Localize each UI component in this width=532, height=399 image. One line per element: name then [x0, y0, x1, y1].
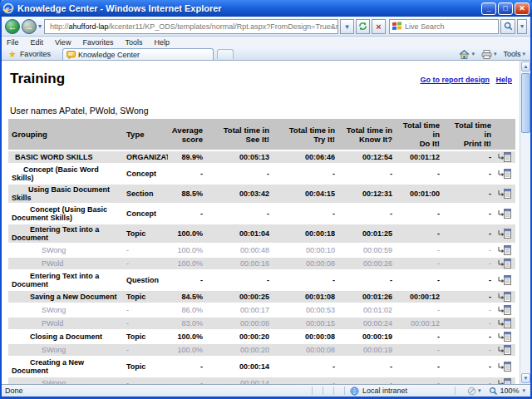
- menu-item-file[interactable]: File: [7, 38, 19, 47]
- value-cell: 00:01:26: [338, 290, 396, 303]
- open-report-details-icon[interactable]: [495, 270, 515, 290]
- home-dropdown-icon[interactable]: ▾: [471, 51, 475, 57]
- value-cell: 00:03:42: [206, 184, 273, 204]
- knowledge-center-tab-icon: [66, 51, 76, 59]
- tools-menu-button[interactable]: Tools ▾: [503, 50, 525, 58]
- tab-title: Knowledge Center: [78, 51, 140, 59]
- open-report-details-icon[interactable]: [495, 343, 515, 357]
- open-report-details-icon[interactable]: [495, 357, 515, 377]
- value-cell: 00:00:18: [273, 224, 338, 244]
- tools-label: Tools: [503, 50, 520, 58]
- address-bar[interactable]: http://ahufford-lap/kcenter11/KP_ODS/tem…: [44, 19, 338, 34]
- refresh-button[interactable]: [356, 19, 370, 34]
- minimize-button[interactable]: _: [481, 2, 496, 15]
- favorites-button[interactable]: ★ Favorites: [2, 48, 57, 60]
- print-dropdown-icon[interactable]: ▾: [494, 51, 497, 57]
- value-cell: 00:00:26: [338, 257, 396, 270]
- grouping-cell: Concept (Using Basic Document Skills): [8, 204, 123, 224]
- value-cell: 00:00:14: [206, 377, 273, 384]
- value-cell: 00:00:12: [396, 317, 443, 330]
- table-row: Creating a New DocumentTopic-00:00:14---…: [8, 357, 515, 377]
- value-cell: -: [396, 357, 443, 377]
- menu-item-help[interactable]: Help: [154, 38, 170, 47]
- search-input[interactable]: [405, 22, 480, 31]
- stop-button[interactable]: ×: [372, 19, 386, 34]
- value-cell: -: [206, 164, 273, 184]
- open-report-details-icon[interactable]: [495, 317, 515, 330]
- value-cell: 100.0%: [168, 224, 206, 244]
- maximize-button[interactable]: □: [498, 2, 513, 15]
- refresh-icon: [358, 22, 367, 31]
- address-dropdown-icon[interactable]: ▾: [340, 19, 354, 34]
- open-report-details-icon[interactable]: [495, 377, 515, 384]
- open-report-details-icon[interactable]: [495, 330, 515, 343]
- scroll-up-icon[interactable]: ▲: [521, 62, 530, 71]
- value-cell: 00:00:08: [273, 343, 338, 357]
- zoom-magnifier-icon: [489, 387, 498, 396]
- value-cell: -: [443, 224, 495, 244]
- open-report-details-icon[interactable]: [495, 244, 515, 257]
- history-dropdown-icon[interactable]: ▾: [38, 22, 42, 30]
- value-cell: -: [443, 303, 495, 317]
- status-bar: Done Local intranet ▾ 10: [2, 384, 530, 397]
- open-report-details-icon[interactable]: [495, 257, 515, 270]
- scrollbar-thumb[interactable]: [521, 73, 530, 133]
- vertical-scrollbar[interactable]: ▲ ▼: [520, 61, 530, 384]
- status-text: Done: [5, 387, 307, 395]
- grouping-cell: BASIC WORD SKILLS: [8, 150, 123, 164]
- value-cell: 00:04:15: [273, 184, 338, 204]
- menu-item-tools[interactable]: Tools: [125, 38, 142, 47]
- menu-item-edit[interactable]: Edit: [31, 38, 44, 47]
- value-cell: -: [168, 357, 206, 377]
- new-tab-button[interactable]: [217, 49, 234, 59]
- forward-button[interactable]: →: [22, 19, 37, 34]
- open-report-details-icon[interactable]: [495, 290, 515, 303]
- value-cell: 00:00:14: [206, 357, 273, 377]
- value-cell: -: [396, 204, 443, 224]
- tools-dropdown-icon: ▾: [522, 51, 525, 57]
- home-button[interactable]: ▾: [459, 50, 475, 59]
- table-row: BASIC WORD SKILLSORGANIZATION89.9%00:05:…: [8, 150, 515, 164]
- value-cell: 00:00:19: [338, 330, 396, 343]
- open-report-details-icon[interactable]: [495, 164, 515, 184]
- help-link[interactable]: Help: [495, 76, 512, 84]
- open-report-details-icon[interactable]: [495, 224, 515, 244]
- value-cell: 00:00:53: [273, 303, 338, 317]
- menu-item-favorites[interactable]: Favorites: [82, 38, 113, 47]
- tab-knowledge-center[interactable]: Knowledge Center: [62, 48, 214, 60]
- grouping-cell: SWong: [8, 343, 123, 357]
- value-cell: 84.5%: [168, 290, 206, 303]
- window-title: Knowledge Center - Windows Internet Expl…: [17, 3, 480, 13]
- open-report-details-icon[interactable]: [495, 184, 515, 204]
- value-cell: 00:00:48: [206, 244, 273, 257]
- search-go-button[interactable]: [500, 19, 515, 34]
- zoom-dropdown-icon: ▾: [522, 387, 525, 394]
- grouping-cell: Entering Text into a Document: [8, 224, 123, 244]
- security-zone-label: Local intranet: [362, 387, 407, 395]
- value-cell: 00:01:04: [206, 224, 273, 244]
- menu-bar: FileEditViewFavoritesToolsHelp: [2, 37, 530, 48]
- search-box[interactable]: [389, 19, 499, 34]
- type-cell: -: [123, 343, 168, 357]
- zoom-control[interactable]: 100% ▾: [489, 387, 527, 396]
- search-options-dropdown-icon[interactable]: ▾: [517, 19, 527, 34]
- title-bar[interactable]: e Knowledge Center - Windows Internet Ex…: [0, 0, 532, 17]
- value-cell: -: [168, 204, 206, 224]
- svg-text:e: e: [5, 4, 9, 13]
- menu-item-view[interactable]: View: [55, 38, 71, 47]
- grouping-cell: Entering Text into a Document: [8, 270, 123, 290]
- value-cell: 00:01:25: [338, 224, 396, 244]
- open-report-details-icon[interactable]: [495, 150, 515, 164]
- table-row: SWong--00:00:14----: [8, 377, 515, 384]
- print-button[interactable]: ▾: [481, 50, 497, 59]
- scroll-down-icon[interactable]: ▼: [521, 373, 530, 383]
- open-report-details-icon[interactable]: [495, 303, 515, 317]
- go-to-report-design-link[interactable]: Go to report design: [420, 76, 490, 84]
- table-row: PWold-83.0%00:00:0800:00:1500:00:2400:00…: [8, 317, 515, 330]
- open-report-details-icon[interactable]: [495, 204, 515, 224]
- value-cell: 00:00:10: [273, 244, 338, 257]
- phishing-filter-button[interactable]: ▾: [467, 387, 483, 396]
- value-cell: -: [443, 244, 495, 257]
- back-button[interactable]: ←: [5, 19, 20, 34]
- close-button[interactable]: ✕: [515, 2, 530, 15]
